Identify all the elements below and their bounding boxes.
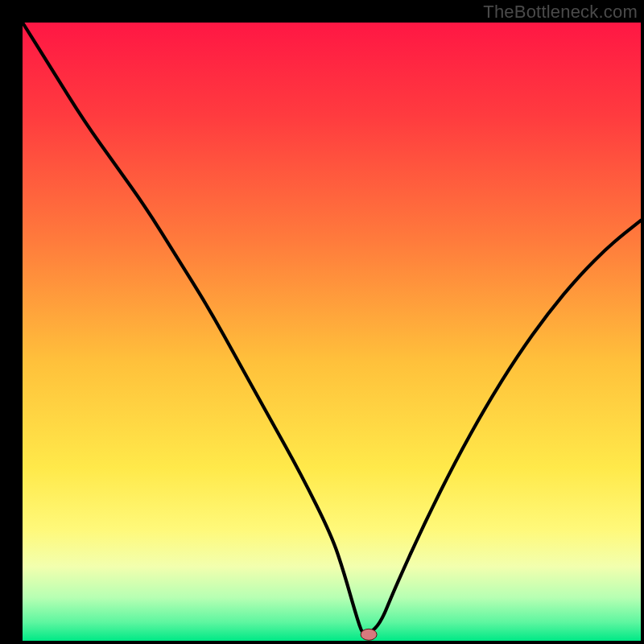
chart-frame: TheBottleneck.com: [0, 0, 644, 644]
watermark-text: TheBottleneck.com: [483, 2, 638, 23]
plot-background: [23, 23, 641, 641]
optimal-point-marker: [361, 629, 377, 640]
bottleneck-chart: [0, 0, 644, 644]
